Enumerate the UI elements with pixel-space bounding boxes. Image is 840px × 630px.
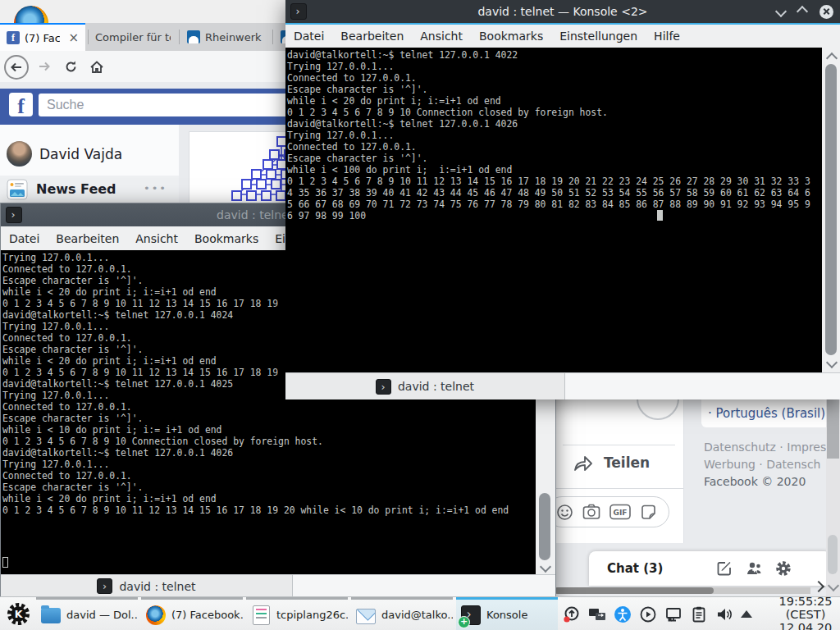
volume-icon[interactable]: [715, 605, 733, 623]
clock-date: 12.04.20: [760, 621, 840, 630]
add-person-icon[interactable]: [745, 560, 763, 577]
back-button[interactable]: [4, 55, 29, 80]
newsfeed-options-icon[interactable]: •••: [144, 182, 167, 194]
maximize-icon[interactable]: [797, 6, 808, 17]
facebook-logo[interactable]: f: [9, 93, 33, 116]
terminal-line: while i < 20 do print i; i:=i+1 od end: [287, 95, 822, 107]
page-scrollbar-thumb[interactable]: [827, 399, 839, 459]
forward-button[interactable]: [34, 57, 54, 76]
task-firefox[interactable]: (7) Facebook...: [141, 597, 243, 630]
tab-rheinwerk[interactable]: Rheinwerk: [180, 23, 271, 51]
camera-icon[interactable]: [582, 504, 600, 520]
menu-datei[interactable]: Datei: [1, 232, 48, 245]
clipboard-icon[interactable]: [690, 605, 708, 623]
horizontal-scrollbar-thumb[interactable]: [555, 587, 714, 594]
media-play-icon[interactable]: [639, 605, 657, 623]
svg-text:GIF: GIF: [614, 509, 628, 517]
menu-ansicht[interactable]: Ansicht: [127, 232, 186, 245]
task-editor[interactable]: tcpiplang26c...: [246, 597, 348, 630]
facebook-favicon: f: [7, 31, 20, 44]
new-activity-badge: +: [458, 616, 470, 628]
terminal-line: david@talkortell:~$ telnet 127.0.0.1 402…: [287, 118, 822, 130]
screen-share-icon[interactable]: [588, 605, 606, 623]
terminal-tab[interactable]: › david : telnet: [1, 575, 293, 597]
task-dolphin[interactable]: david — Dol...: [36, 597, 138, 630]
inner-scrollbar-thumb[interactable]: [828, 535, 838, 574]
menu-bookmarks[interactable]: Bookmarks: [186, 232, 267, 245]
terminal-tab[interactable]: › david : telnet: [285, 373, 565, 399]
newsfeed-icon: [7, 179, 28, 200]
terminal-line: while i < 10 do print i; i:= i+1 od end: [2, 424, 536, 436]
terminal-tab-icon: ›: [97, 578, 112, 594]
avatar[interactable]: [7, 141, 32, 167]
folder-icon: [41, 608, 61, 623]
menu-datei[interactable]: Datei: [285, 30, 332, 43]
menu-hilfe[interactable]: Hilfe: [646, 30, 688, 43]
tab-close-icon[interactable]: ×: [68, 32, 79, 44]
scroll-down-icon[interactable]: [828, 580, 839, 591]
terminal-line: 0 1 2 3 4 5 6 7 8 9 10 Connection closed…: [2, 436, 536, 447]
terminal-line: while i < 20 do print i; i:=i+1 od end: [2, 493, 536, 504]
terminal-line: 6 97 98 99 100: [287, 210, 822, 221]
terminal-line: Escape character is '^]'.: [287, 84, 822, 95]
gif-icon[interactable]: GIF: [609, 504, 631, 520]
horizontal-scrollbar[interactable]: [555, 587, 810, 594]
terminal-cursor: [2, 557, 8, 568]
konsole-app-icon: ›: [290, 3, 307, 20]
share-button[interactable]: Teilen: [573, 453, 650, 472]
updates-icon[interactable]: [563, 605, 581, 623]
chat-bar[interactable]: Chat (3): [589, 551, 831, 586]
terminal-scrollbar[interactable]: [822, 48, 840, 373]
footer-links-2[interactable]: Werbung · Datensch: [704, 458, 830, 471]
network-icon[interactable]: [664, 605, 682, 623]
digital-clock[interactable]: 19:55:25 (CEST) 12.04.20: [760, 595, 840, 630]
menu-ansicht[interactable]: Ansicht: [412, 30, 471, 43]
terminal-line: 0 1 2 3 4 5 6 7 8 9 10 11 12 13 14 15 16…: [2, 504, 536, 516]
terminal-output[interactable]: david@talkortell:~$ telnet 127.0.0.1 402…: [285, 48, 822, 373]
kde-launcher-icon[interactable]: K: [7, 602, 30, 626]
accessibility-icon[interactable]: [614, 605, 632, 623]
terminal-line: 0 1 2 3 4 5 6 7 8 9 10 11 12 13 14 15 16…: [287, 176, 822, 187]
home-button[interactable]: [87, 57, 107, 76]
terminal-tab-icon: ›: [376, 379, 391, 395]
settings-gear-icon[interactable]: [775, 560, 792, 577]
profile-name[interactable]: David Vajda: [39, 146, 122, 162]
konsole-app-icon: ›: [6, 207, 22, 223]
menu-bearbeiten[interactable]: Bearbeiten: [332, 30, 412, 43]
titlebar[interactable]: › david : telnet — Konsole <2>: [285, 0, 840, 25]
tray-expander-icon[interactable]: [741, 610, 752, 618]
reload-icon: [64, 60, 78, 74]
footer-copyright: Facebook © 2020: [704, 475, 830, 488]
language-link[interactable]: · Português (Brasil): [708, 406, 825, 421]
tab-compiler[interactable]: Compiler für te: [89, 23, 177, 51]
compose-icon[interactable]: [716, 560, 733, 577]
taskbar: K david — Dol... (7) Facebook... tcpipla…: [0, 596, 840, 630]
scrollbar-down-icon[interactable]: [826, 357, 838, 368]
scrollbar-down-icon[interactable]: [540, 561, 551, 573]
language-card: · Português (Brasil): [701, 399, 830, 427]
terminal-cursor: [657, 210, 663, 221]
reload-button[interactable]: [61, 57, 80, 76]
divider: [563, 445, 675, 445]
svg-text:K: K: [15, 608, 24, 620]
menu-einstellungen[interactable]: Einstellungen: [551, 30, 646, 43]
task-mail[interactable]: david@talko...: [351, 597, 453, 630]
terminal-line: 4 35 36 37 38 39 40 41 42 43 44 45 46 47…: [287, 187, 822, 199]
close-icon[interactable]: [819, 5, 833, 19]
scrollbar-thumb[interactable]: [539, 493, 550, 560]
task-konsole[interactable]: › + Konsole: [456, 597, 558, 630]
scrollbar-up-icon[interactable]: [826, 52, 838, 64]
document-icon: [253, 605, 270, 625]
menu-bookmarks[interactable]: Bookmarks: [471, 30, 551, 43]
scrollbar-thumb[interactable]: [825, 64, 837, 355]
chat-actions: [716, 560, 792, 577]
sidebar-item-newsfeed[interactable]: News Feed •••: [0, 176, 179, 203]
page-scrollbar[interactable]: [826, 399, 840, 596]
tab-facebook[interactable]: f (7) Faceb ×: [0, 23, 85, 51]
tab-separator: [179, 30, 180, 44]
sticker-icon[interactable]: [640, 504, 657, 521]
minimize-icon[interactable]: [775, 6, 787, 17]
emoji-icon[interactable]: [556, 504, 573, 521]
footer-links-1[interactable]: Datenschutz · Impres: [704, 441, 830, 454]
menu-bearbeiten[interactable]: Bearbeiten: [48, 232, 127, 245]
